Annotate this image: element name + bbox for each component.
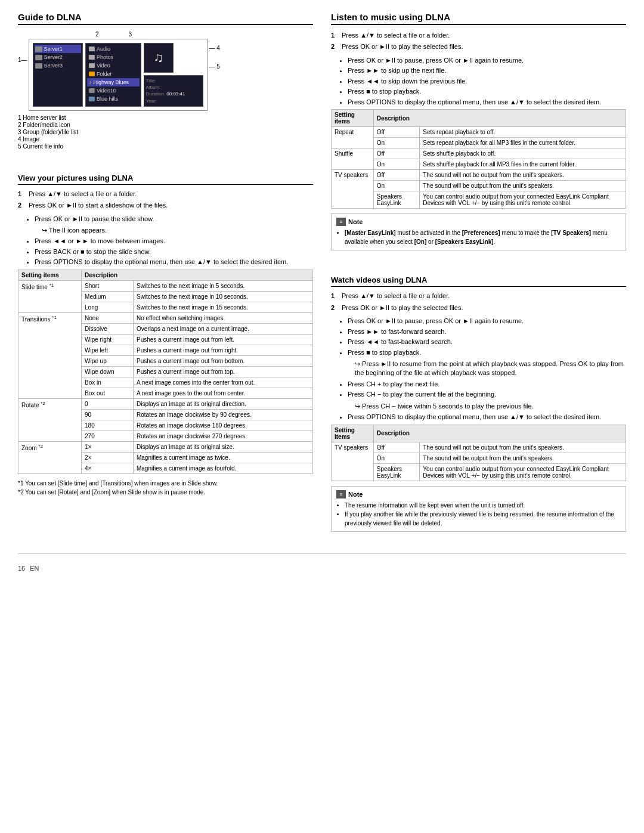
view-bullets: Press OK or ►II to pause the slide show. [35,214,313,224]
server-label: Server3 [44,63,63,69]
desc-shuffle-off: Sets shuffle playback to off. [420,148,626,159]
server-item: Server3 [35,61,81,70]
desc-repeat-on: Sets repeat playback for all MP3 files i… [420,138,626,148]
bullet-options-listen: Press OPTIONS to display the optional me… [348,97,626,107]
sub-rotate-90: 90 [82,409,134,420]
desc-zoom-4x: Magnifies a current image as fourfold. [133,463,312,473]
bullet-stop-play: Press ■ to stop playback. [348,86,626,97]
watch-bullets: Press OK or ►II to pause, press OK or ►I… [348,316,626,357]
view-bullets-2: Press ◄◄ or ►► to move between images. P… [35,236,313,267]
listen-step-1: 1 Press ▲/▼ to select a file or a folder… [331,31,626,40]
listen-note-box: ≡ Note [Master EasyLink] must be activat… [331,213,626,250]
desc-wipe-down: Pushes a current image out from top. [133,366,312,377]
watch-note-item-1: The resume information will be kept even… [345,501,621,510]
sub-rotate-0: 0 [82,398,134,409]
bullet-watch-stop: Press ■ to stop playback. [348,348,626,358]
table-row: Slide time *1 Short Switches to the next… [18,280,313,291]
group-tv-speakers-w: TV speakers [332,442,374,481]
watch-bullets-3: Press OPTIONS to display the optional me… [348,412,626,422]
menu-photos: Photos [87,53,140,61]
listen-steps: 1 Press ▲/▼ to select a file or a folder… [331,31,626,52]
view-step-2: 2 Press OK or ►II to start a slideshow o… [18,201,313,210]
server-icon [35,63,42,69]
note-header: ≡ Note [336,218,621,226]
watch-step-2: 2 Press OK or ►II to play the selected f… [331,304,626,312]
note-content: [Master EasyLink] must be activated in t… [345,228,621,246]
watch-bullets-2: Press CH + to play the next file. Press … [348,379,626,400]
view-setting-table: Setting items Description Slide time *1 … [18,270,313,474]
diag-num-3: 3 [129,31,132,38]
desc-box-out: A next image goes to the out from center… [133,388,312,398]
bullet-options: Press OPTIONS to display the optional me… [35,257,313,267]
table-row: Speakers EasyLink You can control audio … [332,463,626,481]
server-item: Server1 [35,45,81,53]
desc-rotate-270: Rotates an image clockwise 270 degrees. [133,431,312,441]
bullet-pause-resume: Press OK or ►II to pause, press OK or ►I… [348,55,626,66]
listen-bullets: Press OK or ►II to pause, press OK or ►I… [348,55,626,107]
sub-easylink-w: Speakers EasyLink [373,463,419,481]
table-row: Shuffle Off Sets shuffle playback to off… [332,148,626,159]
watch-note-box: ≡ Note The resume information will be ke… [331,486,626,532]
note-icon-w: ≡ [336,490,346,498]
watch-note-item-2: If you play another file while the previ… [345,510,621,528]
watch-note-content: The resume information will be kept even… [345,501,621,528]
desc-shuffle-on: Sets shuffle playback for all MP3 files … [420,159,626,170]
desc-repeat-off: Sets repeat playback to off. [420,127,626,138]
sub-on: On [373,138,419,148]
diagram-labels: 1 Home server list 2 Folder/media icon 3… [18,114,313,150]
sub-tv-on: On [373,181,419,191]
sub-box-out: Box out [82,388,134,398]
desc-rotate-0: Displays an image at its original direct… [133,398,312,409]
sub-tv-off: Off [373,170,419,181]
desc-none: No effect when switching images. [133,312,312,323]
col-desc: Description [373,110,626,127]
desc-tv-on: The sound will be output from the unit's… [420,181,626,191]
col-desc-w: Description [373,425,626,442]
table-row: Repeat Off Sets repeat playback to off. [332,127,626,138]
table-row: Rotate *2 0 Displays an image at its ori… [18,398,313,409]
diag-num-1: 1— [18,57,27,63]
sub-easylink: Speakers EasyLink [373,191,419,209]
group-transitions: Transitions *1 [18,312,82,398]
music-note-large-icon: ♫ [153,50,163,66]
menu-video10: Video10 [87,86,140,95]
sub-shuffle-off: Off [373,148,419,159]
menu-video: Video [87,61,140,70]
label-3: 3 Group (folder)/file list [18,129,313,135]
sub-zoom-2x: 2× [82,452,134,463]
watch-steps: 1 Press ▲/▼ to select a file or a folder… [331,292,626,312]
sub-zoom-4x: 4× [82,463,134,473]
folder-icon [89,55,95,60]
menu-blue-hills: Blue hills [87,95,140,103]
sub-rotate-180: 180 [82,420,134,431]
desc-short: Switches to the next image in 5 seconds. [133,280,312,291]
menu-highway-blues: ♪ Highway Blues [87,78,140,86]
desc-wipe-right: Pushes a current image out from left. [133,334,312,345]
bullet-skip-prev: Press ◄◄ to skip down the previous file. [348,76,626,86]
server-list: Server1 Server2 Server3 [33,43,83,107]
server-label: Server1 [44,46,63,52]
bullet-stop: Press BACK or ■ to stop the slide show. [35,247,313,257]
bullet-options-watch: Press OPTIONS to display the optional me… [348,412,626,422]
note-icon: ≡ [336,218,346,226]
menu-folder: Folder [87,70,140,78]
file-info-box: Title: Album: Duration: 00:03:41 Year: [144,75,203,107]
footnotes: *1 You can set [Slide time] and [Transit… [18,479,313,497]
bullet-watch-ff: Press ►► to fast-forward search. [348,327,626,337]
desc-wipe-left: Pushes a current image out from right. [133,345,312,355]
footnote-1: *1 You can set [Slide time] and [Transit… [18,479,313,488]
note-item: [Master EasyLink] must be activated in t… [345,228,621,246]
sub-wipe-left: Wipe left [82,345,134,355]
desc-tv-off: The sound will not be output from the un… [420,170,626,181]
desc-long: Switches to the next image in 15 seconds… [133,302,312,312]
footnote-2: *2 You can set [Rotate] and [Zoom] when … [18,488,313,497]
table-row: Speakers EasyLink You can control audio … [332,191,626,209]
watch-note-header: ≡ Note [336,490,621,498]
sub-tv-off-w: Off [373,442,419,453]
view-steps: 1 Press ▲/▼ to select a file or a folder… [18,190,313,210]
group-zoom: Zoom *2 [18,441,82,473]
bullet-move: Press ◄◄ or ►► to move between images. [35,236,313,246]
note-title: Note [348,218,363,225]
desc-tv-on-w: The sound will be output from the unit's… [420,453,626,463]
col-setting: Setting items [332,110,374,127]
